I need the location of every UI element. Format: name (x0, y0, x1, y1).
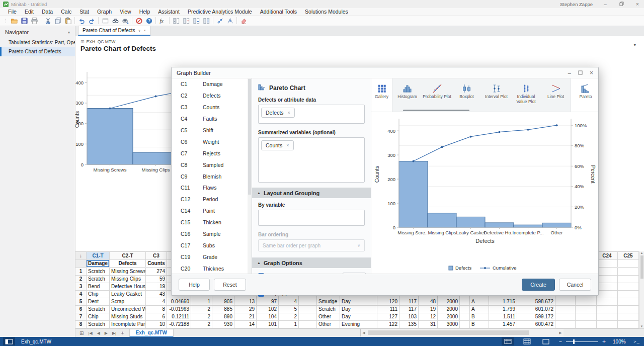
cell-r8-c12[interactable]: Evening (340, 321, 362, 328)
cell-r7-c16[interactable]: 12 (419, 313, 438, 321)
dialog-minimize-icon[interactable]: – (568, 70, 571, 76)
formula-icon[interactable]: fx (157, 16, 168, 25)
variable-name-Counts[interactable]: Counts (146, 260, 167, 268)
cell-r3-c24[interactable] (597, 283, 618, 291)
summarized-variables-field[interactable]: Counts × (258, 137, 365, 183)
cell-r5-c6[interactable]: 905 (212, 298, 234, 306)
cell-r7-c3[interactable]: 6 (146, 313, 167, 321)
cell-r7-c14[interactable]: 127 (377, 313, 399, 321)
by-variable-field[interactable] (258, 210, 365, 226)
cell-r6-c25[interactable] (618, 306, 639, 313)
select-points-icon[interactable] (225, 16, 235, 25)
cell-r7-c20[interactable]: 1.511 (489, 313, 517, 321)
gallery-tile-lineplot[interactable]: Line Plot (541, 78, 571, 112)
cell-r7-c18[interactable] (460, 313, 470, 321)
cell-r7-c24[interactable] (597, 313, 618, 321)
gallery-tile-gallery[interactable]: Gallery (371, 78, 392, 112)
cell-r8-c2[interactable]: Incomplete Part (110, 321, 146, 328)
cell-r8-c1[interactable]: Scratch (87, 321, 110, 328)
menu-edit[interactable]: Edit (21, 8, 38, 16)
cell-r1-c24[interactable] (597, 268, 618, 276)
cell-r4-c24[interactable] (597, 291, 618, 298)
sheet-tab-exh-qc[interactable]: Exh_qc.MTW (129, 329, 174, 337)
cell-r5-c11[interactable]: Smudge (317, 298, 340, 306)
row-number[interactable]: 4 (75, 291, 87, 298)
cell-r5-c25[interactable] (618, 298, 639, 306)
menu-calc[interactable]: Calc (57, 8, 75, 16)
column-item-c14[interactable]: C14Paint (172, 205, 252, 217)
find-next-icon[interactable] (120, 16, 130, 25)
cell-r7-c1[interactable]: Chip (87, 313, 110, 321)
vertical-scroll-thumb[interactable] (640, 255, 643, 279)
cell-r7-c9[interactable]: 2 (279, 313, 299, 321)
cell-r6-c6[interactable]: 885 (212, 306, 234, 313)
reset-button[interactable]: Reset (214, 279, 246, 291)
insert-column-icon[interactable] (171, 16, 181, 25)
column-item-c1[interactable]: C1Damage (172, 78, 252, 90)
cell-r6-c16[interactable]: 19 (419, 306, 438, 313)
cell-r6-c10[interactable] (299, 306, 317, 313)
find-icon[interactable] (110, 16, 120, 25)
dialog-maximize-icon[interactable] (578, 70, 583, 76)
cell-r4-c25[interactable] (618, 291, 639, 298)
column-header-C1-T[interactable]: C1-T (87, 252, 110, 260)
variable-name-Damage[interactable]: Damage (87, 260, 110, 268)
cell-r5-c3[interactable]: 4 (146, 298, 167, 306)
gallery-tile-interval[interactable]: Interval Plot (481, 78, 511, 112)
cell-r6-c12[interactable]: Day (340, 306, 362, 313)
add-sheet-button[interactable]: + (121, 330, 124, 336)
menu-file[interactable]: File (4, 8, 21, 16)
table-corner-cell-2[interactable] (75, 260, 87, 268)
cell-r7-c6[interactable]: 890 (212, 313, 234, 321)
menu-view[interactable]: View (116, 8, 135, 16)
cell-r7-c22[interactable] (555, 313, 576, 321)
cell-r8-c17[interactable]: 3000 (438, 321, 460, 328)
column-header-C3[interactable]: C3 (146, 252, 167, 260)
cell-r8-c3[interactable]: 10 (146, 321, 167, 328)
bar-ordering-select[interactable]: Same bar order per graph ∨ (258, 239, 365, 251)
column-item-c2[interactable]: C2Defects (172, 90, 252, 102)
cell-r5-c12[interactable]: Day (340, 298, 362, 306)
cell-r7-c2[interactable]: Missing Studs (110, 313, 146, 321)
cell-r6-c18[interactable] (460, 306, 470, 313)
cell-r5-c10[interactable] (299, 298, 317, 306)
cancel-icon[interactable] (134, 16, 144, 25)
cell-r7-c7[interactable]: 21 (234, 313, 257, 321)
cell-r6-c1[interactable]: Scratch (87, 306, 110, 313)
cell-r7-c15[interactable]: 103 (399, 313, 419, 321)
restore-button[interactable] (618, 2, 625, 7)
cell-r3-c2[interactable]: Defective Housi (110, 283, 146, 291)
cell-r3-c3[interactable]: 19 (146, 283, 167, 291)
menu-data[interactable]: Data (38, 8, 57, 16)
navigator-item-tabulated-statistics-part-oper[interactable]: Tabulated Statistics: Part, Operator (0, 38, 75, 47)
cell-r6-c2[interactable]: Unconnected Wir (110, 306, 146, 313)
cell-r2-c24[interactable] (597, 276, 618, 283)
section-layout-and-grouping[interactable]: ▲ Layout and Grouping (252, 188, 371, 198)
cell-r6-c11[interactable]: Scratch (317, 306, 340, 313)
redo-icon[interactable] (87, 16, 97, 25)
cell-r5-c21[interactable]: 598.672 (517, 298, 555, 306)
copy-icon[interactable] (53, 16, 63, 25)
column-item-c16[interactable]: C16Sample (172, 228, 252, 240)
cell-r5-c24[interactable] (597, 298, 618, 306)
gallery-tile-pareto[interactable]: Pareto (571, 78, 598, 112)
cell-r8-c22[interactable] (555, 321, 576, 328)
navigator-item-pareto-chart-of-defects[interactable]: Pareto Chart of Defects (0, 47, 75, 56)
cell-r3-c1[interactable]: Bend (87, 283, 110, 291)
dialog-close-icon[interactable]: × (590, 69, 593, 76)
column-properties-icon[interactable] (201, 16, 211, 25)
menu-assistant[interactable]: Assistant (154, 8, 184, 16)
cell-r5-c14[interactable]: 120 (377, 298, 399, 306)
cell-r1-c2[interactable]: Missing Screws (110, 268, 146, 276)
cell-r1-c3[interactable]: 274 (146, 268, 167, 276)
cell-r8-c15[interactable]: 135 (399, 321, 419, 328)
tab-close-icon[interactable]: × (144, 29, 146, 32)
column-item-c7[interactable]: C7Rejects (172, 147, 252, 159)
cell-r8-c21[interactable]: 600.472 (517, 321, 555, 328)
grid-view-button[interactable] (521, 337, 533, 345)
worksheet-list-icon[interactable]: ⊞ (79, 330, 84, 336)
cell-r2-c2[interactable]: Missing Clips (110, 276, 146, 283)
cell-r5-c18[interactable] (460, 298, 470, 306)
cell-r5-c2[interactable]: Scrap (110, 298, 146, 306)
cell-r6-c8[interactable]: 102 (257, 306, 279, 313)
